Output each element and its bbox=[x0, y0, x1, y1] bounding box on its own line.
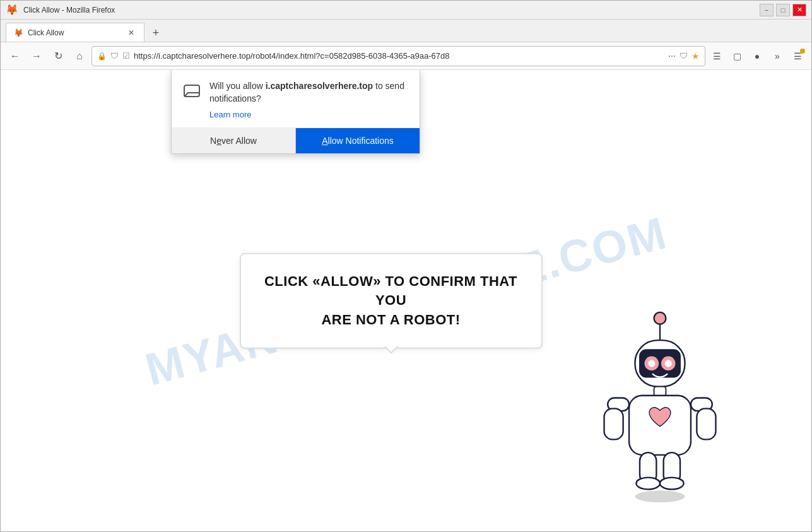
svg-rect-12 bbox=[604, 408, 623, 439]
popup-domain: i.captcharesolverhere.top bbox=[266, 81, 373, 91]
learn-more-link[interactable]: Learn more bbox=[209, 110, 251, 119]
svg-point-19 bbox=[635, 490, 685, 502]
menu-icon-btn[interactable]: ☰ bbox=[789, 47, 806, 65]
allow-notifications-button[interactable]: Allow Notifications bbox=[296, 128, 420, 153]
captcha-area: CLICK «ALLOW» TO CONFIRM THAT YOU ARE NO… bbox=[240, 252, 543, 348]
tab-title-label: Click Allow bbox=[28, 28, 121, 37]
sidebar-icon-btn[interactable]: ▢ bbox=[728, 47, 746, 65]
speech-bubble: CLICK «ALLOW» TO CONFIRM THAT YOU ARE NO… bbox=[240, 252, 543, 348]
svg-point-16 bbox=[636, 478, 660, 490]
nav-bar: ← → ↻ ⌂ 🔒 🛡 ☑ https://i.captcharesolverh… bbox=[1, 42, 811, 70]
popup-text-area: Will you allow i.captcharesolverhere.top… bbox=[209, 80, 409, 120]
page-content: Will you allow i.captcharesolverhere.top… bbox=[1, 70, 811, 531]
home-button[interactable]: ⌂ bbox=[70, 47, 89, 66]
browser-window: 🦊 Click Allow - Mozilla Firefox − □ ✕ 🦊 … bbox=[0, 0, 812, 532]
allow-notifications-label: Allow Notifications bbox=[322, 136, 394, 146]
address-bar[interactable]: 🔒 🛡 ☑ https://i.captcharesolverhere.top/… bbox=[91, 46, 705, 66]
url-more-icon[interactable]: ⋯ bbox=[668, 52, 676, 61]
window-title: Click Allow - Mozilla Firefox bbox=[23, 6, 115, 15]
new-tab-button[interactable]: + bbox=[147, 24, 165, 42]
window-controls: − □ ✕ bbox=[760, 4, 806, 16]
robot-illustration bbox=[591, 302, 729, 506]
popup-buttons: Never Allow Allow Notifications bbox=[172, 127, 420, 153]
tab-bar: 🦊 Click Allow ✕ + bbox=[1, 20, 811, 42]
close-button[interactable]: ✕ bbox=[792, 4, 806, 16]
notification-bell-icon bbox=[182, 81, 202, 102]
shield-icon: 🛡 bbox=[110, 51, 119, 61]
notification-popup: Will you allow i.captcharesolverhere.top… bbox=[171, 70, 420, 154]
svg-point-18 bbox=[660, 478, 684, 490]
library-icon-btn[interactable]: ☰ bbox=[708, 47, 726, 65]
tab-favicon-icon: 🦊 bbox=[14, 28, 23, 37]
active-tab[interactable]: 🦊 Click Allow ✕ bbox=[6, 23, 144, 42]
svg-point-8 bbox=[665, 360, 672, 367]
url-text[interactable]: https://i.captcharesolverhere.top/robot4… bbox=[134, 51, 664, 61]
connection-icon: 🔒 bbox=[97, 52, 107, 61]
title-bar-left: 🦊 Click Allow - Mozilla Firefox bbox=[6, 4, 115, 16]
notification-badge bbox=[800, 49, 805, 54]
minimize-button[interactable]: − bbox=[760, 4, 774, 16]
svg-point-7 bbox=[648, 360, 655, 367]
sync-icon-btn[interactable]: ● bbox=[748, 47, 766, 65]
extensions-icon-btn[interactable]: » bbox=[768, 47, 786, 65]
back-button[interactable]: ← bbox=[6, 47, 25, 66]
captcha-heading: CLICK «ALLOW» TO CONFIRM THAT YOU ARE NO… bbox=[264, 271, 519, 329]
popup-body: Will you allow i.captcharesolverhere.top… bbox=[172, 70, 420, 127]
title-bar: 🦊 Click Allow - Mozilla Firefox − □ ✕ bbox=[1, 1, 811, 20]
robot-svg bbox=[591, 302, 729, 504]
shield-verify-icon: 🛡 bbox=[680, 51, 688, 61]
nav-right-icons: ☰ ▢ ● » ☰ bbox=[708, 47, 806, 65]
svg-point-1 bbox=[654, 312, 666, 324]
location-verify-icon: ☑ bbox=[122, 51, 130, 61]
popup-question-text: Will you allow i.captcharesolverhere.top… bbox=[209, 80, 409, 105]
tab-close-button[interactable]: ✕ bbox=[126, 28, 136, 38]
never-allow-label: Never Allow bbox=[210, 136, 257, 146]
forward-button[interactable]: → bbox=[27, 47, 46, 66]
maximize-button[interactable]: □ bbox=[776, 4, 790, 16]
svg-rect-9 bbox=[654, 387, 666, 396]
bookmark-icon[interactable]: ★ bbox=[691, 51, 700, 61]
firefox-logo-icon: 🦊 bbox=[6, 4, 18, 16]
svg-rect-14 bbox=[697, 408, 715, 439]
reload-button[interactable]: ↻ bbox=[49, 47, 68, 66]
never-allow-button[interactable]: Never Allow bbox=[172, 128, 296, 153]
